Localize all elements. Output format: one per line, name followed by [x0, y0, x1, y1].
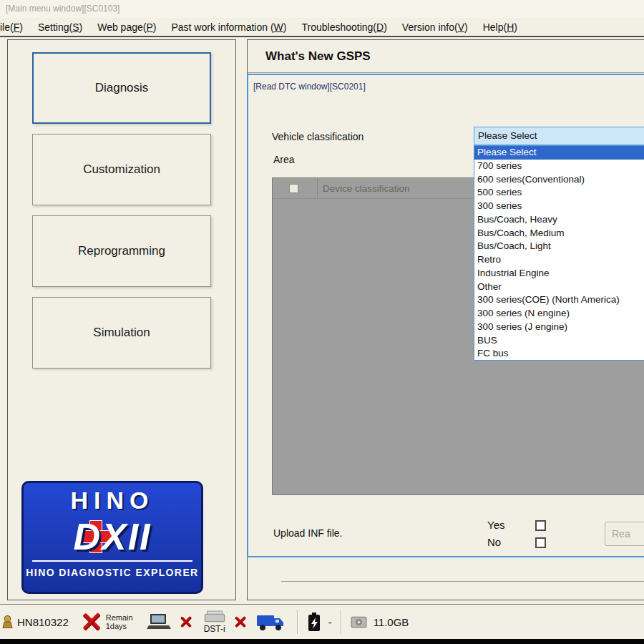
main-menu-panel: DiagnosisCustomizationReprogrammingSimul… [7, 39, 236, 600]
vehicle-dropdown-list: Please Select700 series600 series(Conven… [474, 145, 644, 361]
truck-icon [256, 612, 285, 632]
dropdown-option[interactable]: Bus/Coach, Medium [474, 227, 644, 240]
no-label: No [487, 536, 501, 548]
no-checkbox[interactable] [535, 537, 546, 548]
menu-item[interactable]: Past work information (W) [171, 21, 286, 33]
key-icon [2, 614, 13, 630]
dropdown-option[interactable]: Other [474, 280, 644, 294]
error-x-icon [180, 616, 192, 628]
disk-icon [350, 614, 368, 630]
error-x-icon [83, 613, 101, 631]
dropdown-option[interactable]: BUS [474, 334, 644, 348]
dropdown-option[interactable]: 500 series [474, 186, 644, 200]
vehicle-classification-select[interactable]: Please Select [474, 127, 644, 145]
dropdown-option[interactable]: 300 series (N engine) [474, 307, 644, 321]
yes-checkbox[interactable] [535, 520, 546, 531]
dsti-label: DST-i [203, 624, 226, 634]
upload-inf-label: Upload INF file. [273, 527, 342, 539]
device-id: HN810322 [17, 616, 69, 628]
menu-item[interactable]: Setting(S) [38, 21, 82, 33]
status-separator [297, 610, 298, 634]
logo-brand-text: HINO [24, 484, 201, 516]
dropdown-option[interactable]: 300 series [474, 200, 644, 213]
logo-caption: HINO DIAGNOSTIC EXPLORER [24, 563, 201, 582]
disk-space: 11.0GB [374, 616, 409, 628]
dropdown-option[interactable]: Please Select [474, 146, 644, 160]
dropdown-option[interactable]: Bus/Coach, Light [474, 240, 644, 253]
battery-icon [306, 613, 322, 632]
error-x-icon [235, 616, 246, 628]
read-button[interactable]: Rea [605, 522, 644, 546]
page-title: What's New GSPS [248, 40, 644, 73]
menu-item[interactable]: Web page(P) [97, 21, 156, 33]
select-all-checkbox[interactable] [289, 184, 298, 193]
menu-item[interactable]: Help(H) [483, 21, 517, 33]
sidebar-buttons: DiagnosisCustomizationReprogrammingSimul… [8, 52, 235, 369]
dropdown-option[interactable]: 700 series [474, 160, 644, 173]
logo-divider [32, 560, 192, 562]
sidebar-button-reprogramming[interactable]: Reprogramming [32, 215, 211, 287]
window-title: [Main menu window][SC0103] [0, 0, 644, 18]
dropdown-option[interactable]: 300 series(COE) (North America) [474, 293, 644, 307]
hino-dx2-logo: HINO DXII HINO DIAGNOSTIC EXPLORER [21, 481, 203, 594]
dropdown-option[interactable]: 600 series(Conventional) [474, 173, 644, 187]
dialog-title: [Read DTC window][SC0201] [253, 82, 366, 92]
menu-item[interactable]: ile(F) [0, 21, 23, 33]
menu-bar: ile(F)Setting(S)Web page(P)Past work inf… [0, 18, 644, 37]
laptop-icon [146, 613, 172, 631]
vehicle-classification-label: Vehicle classification [272, 131, 364, 142]
sidebar-button-diagnosis[interactable]: Diagnosis [32, 52, 211, 124]
status-separator [341, 610, 341, 634]
dropdown-option[interactable]: Bus/Coach, Heavy [474, 213, 644, 227]
content-divider [281, 581, 644, 582]
column-separator [317, 178, 318, 199]
area-label: Area [273, 154, 295, 165]
sidebar-button-customization[interactable]: Customization [32, 134, 211, 205]
logo-product-text: DXII [24, 516, 201, 557]
menu-item[interactable]: Version info(V) [402, 21, 468, 33]
read-dtc-dialog: [Read DTC window][SC0201] Vehicle classi… [247, 74, 644, 557]
device-classification-column-header: Device classification [323, 183, 410, 194]
menu-item[interactable]: Troubleshooting(D) [301, 21, 386, 33]
dropdown-option[interactable]: Industrial Engine [474, 267, 644, 280]
remain-days: Remain 1days [106, 613, 133, 630]
dsti-device: DST-i [203, 610, 226, 634]
dropdown-option[interactable]: Retro [474, 253, 644, 267]
battery-status-dash: - [328, 616, 332, 628]
yes-label: Yes [487, 519, 504, 531]
dropdown-option[interactable]: FC bus [474, 347, 644, 361]
status-bar: HN810322 Remain 1days DST-i - 11.0GB [0, 604, 644, 639]
sidebar-button-simulation[interactable]: Simulation [32, 297, 211, 369]
taskbar-strip [0, 639, 644, 644]
dsti-device-icon [203, 610, 226, 625]
dropdown-option[interactable]: 300 series (J engine) [474, 321, 644, 334]
